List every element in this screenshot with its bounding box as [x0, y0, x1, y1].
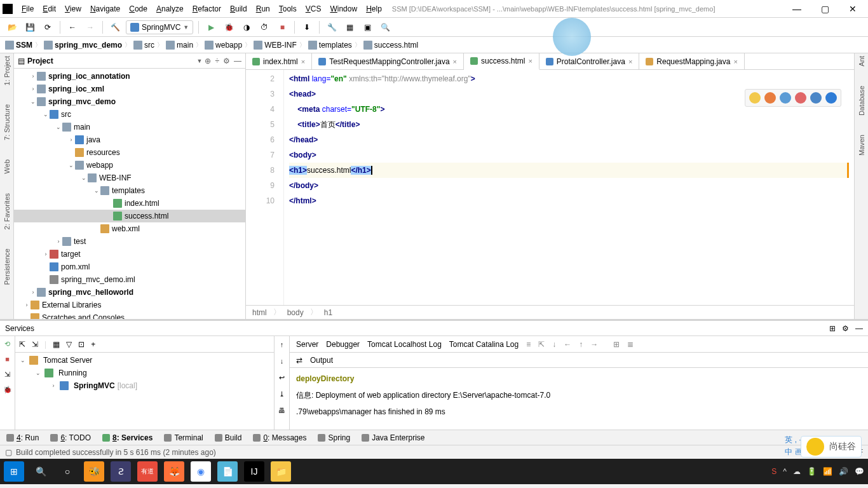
tree-item[interactable]: success.html — [14, 210, 245, 222]
breadcrumb-item[interactable]: src — [133, 41, 154, 50]
print-icon[interactable]: 🖶 — [276, 405, 288, 416]
console-tool-icon[interactable]: ← — [564, 340, 571, 349]
rail-7-structure[interactable]: 7: Structure — [3, 104, 11, 140]
layout-icon[interactable]: ⊞ — [829, 324, 836, 333]
wrench-icon[interactable]: 🔧 — [325, 20, 339, 34]
console-tool-icon[interactable]: ≣ — [627, 340, 634, 349]
bottom-tab[interactable]: Terminal — [164, 433, 203, 442]
rail-persistence[interactable]: Persistence — [3, 248, 11, 285]
console-tool-icon[interactable]: ⇱ — [538, 340, 545, 349]
bottom-tab[interactable]: 4: Run — [6, 433, 39, 442]
hide-icon[interactable]: — — [855, 324, 863, 333]
tray-icon[interactable]: 🔋 — [807, 467, 817, 476]
app-icon[interactable]: 🐝 — [84, 461, 104, 482]
menu-help[interactable]: Help — [362, 3, 386, 15]
tree-item[interactable]: ›test — [14, 235, 245, 248]
profile-icon[interactable]: ⏱ — [257, 20, 271, 34]
tree-item[interactable]: spring_mvc_demo.iml — [14, 273, 245, 286]
editor-tab[interactable]: RequestMapping.java× — [639, 53, 745, 69]
editor-body[interactable]: 2345678910 <html lang="en" xmlns:th="htt… — [246, 70, 854, 305]
menu-vcs[interactable]: VCS — [302, 3, 325, 15]
rail-ant[interactable]: Ant — [858, 56, 865, 67]
console-tab[interactable]: Debugger — [326, 340, 360, 349]
bottom-tab[interactable]: Java Enterprise — [362, 433, 424, 442]
menu-run[interactable]: Run — [252, 3, 274, 15]
edge-icon[interactable] — [825, 92, 837, 104]
breadcrumb-item[interactable]: webapp — [205, 41, 242, 50]
tag-icon[interactable]: ⊡ — [78, 340, 85, 349]
intellij-icon[interactable]: IJ — [244, 461, 264, 482]
maximize-button[interactable]: ▢ — [812, 1, 837, 17]
run-config-selector[interactable]: SpringMVC ▼ — [126, 20, 193, 34]
tree-item[interactable]: ⌄main — [14, 121, 245, 133]
menu-file[interactable]: File — [18, 3, 37, 15]
rail-web[interactable]: Web — [3, 159, 11, 173]
rail-database[interactable]: Database — [858, 86, 865, 116]
console-tab[interactable]: Tomcat Catalina Log — [449, 340, 519, 349]
services-tree-item[interactable]: ⌄Running — [17, 367, 273, 379]
breadcrumb-item[interactable]: SSM — [5, 41, 32, 50]
tree-item[interactable]: ›spring_mvc_helloworld — [14, 286, 245, 299]
tray-icon[interactable]: 💬 — [855, 467, 864, 476]
build-icon[interactable]: 🔨 — [108, 20, 122, 34]
console-tool-icon[interactable]: ↑ — [579, 340, 583, 349]
tree-item[interactable]: ›target — [14, 248, 245, 261]
tree-item[interactable]: ⌄templates — [14, 184, 245, 197]
tray-icon[interactable]: ☁ — [793, 467, 801, 476]
menu-navigate[interactable]: Navigate — [86, 3, 124, 15]
console-tool-icon[interactable]: ↓ — [552, 340, 556, 349]
open-icon[interactable]: 📂 — [5, 20, 19, 34]
step-icon[interactable]: ⇲ — [2, 369, 13, 380]
tree-item[interactable]: ⌄spring_mvc_demo — [14, 95, 245, 108]
chrome-icon[interactable]: ◉ — [191, 461, 211, 482]
breadcrumb-item[interactable]: main — [166, 41, 193, 50]
breadcrumb-item[interactable]: spring_mvc_demo — [44, 41, 122, 50]
wrap-icon[interactable]: ↩ — [276, 372, 288, 383]
firefox-icon[interactable] — [764, 92, 776, 104]
code-line[interactable]: <body> — [289, 147, 849, 163]
menu-code[interactable]: Code — [125, 3, 151, 15]
dropdown-icon[interactable]: ▼ — [196, 58, 202, 64]
console-tool-icon[interactable]: ⊞ — [613, 340, 620, 349]
rerun-icon[interactable]: ⟲ — [2, 338, 13, 349]
collapse-icon[interactable]: ÷ — [215, 57, 219, 65]
back-icon[interactable]: ← — [65, 20, 79, 34]
bottom-tab[interactable]: 8: Services — [102, 433, 153, 442]
notepad-icon[interactable]: 📄 — [217, 461, 238, 482]
tray-icon[interactable]: 🔊 — [839, 467, 848, 476]
group-icon[interactable]: ▦ — [53, 340, 60, 349]
project-tree[interactable]: ›spring_ioc_annotation›spring_ioc_xml⌄sp… — [14, 69, 245, 319]
menu-build[interactable]: Build — [226, 3, 251, 15]
tree-item[interactable]: resources — [14, 146, 245, 159]
tree-item[interactable]: ›spring_ioc_xml — [14, 83, 245, 95]
debug-icon[interactable]: 🐞 — [222, 20, 236, 34]
breadcrumb-item[interactable]: templates — [308, 41, 352, 50]
run-icon[interactable]: ▶ — [204, 20, 218, 34]
services-tree-item[interactable]: ⌄Tomcat Server — [17, 354, 273, 367]
editor-crumb[interactable]: h1 — [324, 308, 332, 317]
minimize-button[interactable]: — — [784, 1, 810, 17]
tree-item[interactable]: ›External Libraries — [14, 299, 245, 311]
menu-tools[interactable]: Tools — [275, 3, 301, 15]
console-tab[interactable]: Tomcat Localhost Log — [367, 340, 442, 349]
console-tool-icon[interactable]: → — [590, 340, 598, 349]
rail-1-project[interactable]: 1: Project — [3, 56, 11, 85]
editor-crumb[interactable]: html — [252, 308, 267, 317]
collapse-icon[interactable]: ⇲ — [32, 340, 38, 349]
services-tree[interactable]: ⌄Tomcat Server⌄Running›SpringMVC [local] — [15, 353, 274, 430]
tree-item[interactable]: Scratches and Consoles — [14, 311, 245, 319]
debug-icon[interactable]: 🐞 — [2, 384, 13, 395]
tree-item[interactable]: ›java — [14, 133, 245, 146]
safari-icon[interactable] — [780, 92, 791, 104]
bottom-tab[interactable]: Spring — [318, 433, 350, 442]
stop-icon[interactable]: ■ — [275, 20, 289, 34]
menu-window[interactable]: Window — [326, 3, 361, 15]
bottom-tab[interactable]: 0: Messages — [253, 433, 306, 442]
tree-item[interactable]: index.html — [14, 197, 245, 210]
code-line[interactable]: <h1>success.html</h1> — [289, 163, 849, 178]
firefox-icon[interactable]: 🦊 — [164, 461, 184, 482]
start-icon[interactable]: ⊞ — [4, 461, 24, 482]
menu-edit[interactable]: Edit — [39, 3, 60, 15]
code-line[interactable]: <title>首页</title> — [289, 117, 849, 132]
console-output[interactable]: deployDirectory 信息: Deployment of web ap… — [290, 368, 868, 430]
